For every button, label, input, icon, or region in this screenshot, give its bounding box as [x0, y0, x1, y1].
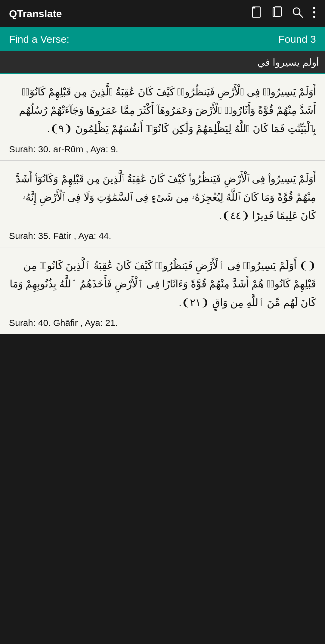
- svg-rect-3: [275, 7, 281, 16]
- svg-rect-1: [252, 7, 255, 8]
- verse-text-1: أَوَلَمْ يَسِيرُوا۟ فِى ٱلْأَرْضِ فَيَنظ…: [9, 83, 316, 138]
- app-title: QTranslate: [9, 8, 62, 20]
- bookmarks-icon[interactable]: [271, 6, 283, 21]
- verse-card-2: أَوَلَمْ يَسِيرُوا۟ فِى ٱلْأَرْضِ فَيَنظ…: [0, 161, 325, 248]
- search-icon[interactable]: [292, 7, 303, 21]
- find-label: Find a Verse:: [9, 33, 69, 45]
- footer-area: [0, 334, 325, 425]
- verse-text-3: ❨❩ أَوَلَمْ يَسِيرُوا۟ فِى ٱلْأَرْضِ فَي…: [9, 256, 316, 312]
- more-vertical-icon[interactable]: [312, 6, 316, 21]
- bookmark-icon[interactable]: [251, 6, 262, 21]
- verse-ref-3: Surah: 40. Ghāfir , Aya: 21.: [9, 318, 316, 328]
- search-bar[interactable]: [0, 51, 325, 74]
- verse-text-2: أَوَلَمْ يَسِيرُوا۟ فِى ٱلْأَرْضِ فَيَنظ…: [9, 170, 316, 225]
- svg-point-9: [313, 15, 315, 17]
- found-count: Found 3: [278, 33, 316, 45]
- search-input[interactable]: [6, 57, 319, 68]
- verse-ref-2: Surah: 35. Fātir , Aya: 44.: [9, 231, 316, 241]
- svg-point-8: [313, 11, 315, 13]
- verse-ref-1: Surah: 30. ar-Rūm , Aya: 9.: [9, 144, 316, 154]
- svg-point-7: [313, 7, 315, 9]
- verse-card-3: ❨❩ أَوَلَمْ يَسِيرُوا۟ فِى ٱلْأَرْضِ فَي…: [0, 247, 325, 334]
- svg-line-6: [299, 14, 303, 17]
- app-bar: QTranslate: [0, 0, 325, 27]
- verse-card-1: أَوَلَمْ يَسِيرُوا۟ فِى ٱلْأَرْضِ فَيَنظ…: [0, 74, 325, 161]
- find-bar: Find a Verse: Found 3: [0, 27, 325, 51]
- app-bar-icons: [251, 6, 316, 21]
